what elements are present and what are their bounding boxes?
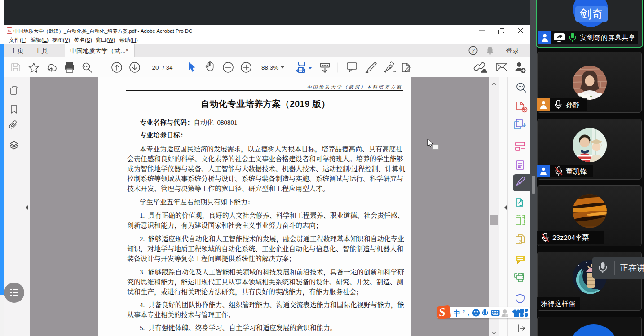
svg-text:中: 中	[454, 309, 460, 317]
svg-text:’，: ’，	[463, 309, 472, 316]
